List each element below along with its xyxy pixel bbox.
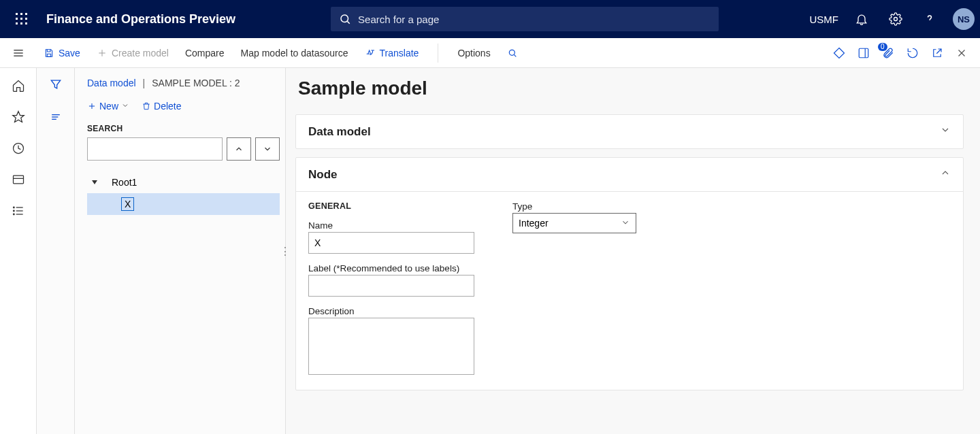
svg-point-19 bbox=[509, 50, 514, 55]
svg-rect-28 bbox=[13, 176, 23, 184]
map-model-button[interactable]: Map model to datasource bbox=[241, 48, 348, 59]
tree-node-label: X bbox=[121, 197, 134, 211]
svg-rect-22 bbox=[859, 48, 868, 58]
create-model-label: Create model bbox=[112, 48, 169, 59]
translate-button[interactable]: Translate bbox=[365, 48, 419, 59]
svg-point-33 bbox=[13, 207, 14, 208]
close-icon[interactable] bbox=[956, 47, 968, 59]
compare-button[interactable]: Compare bbox=[185, 48, 225, 59]
svg-rect-2 bbox=[25, 13, 27, 15]
svg-marker-41 bbox=[92, 180, 97, 184]
svg-line-20 bbox=[514, 54, 516, 56]
name-input[interactable] bbox=[308, 232, 474, 254]
svg-rect-3 bbox=[16, 18, 18, 20]
divider bbox=[438, 44, 438, 63]
svg-rect-16 bbox=[47, 54, 50, 56]
tree-toolbar: New Delete bbox=[87, 101, 280, 112]
svg-rect-5 bbox=[25, 18, 27, 20]
type-select[interactable]: Integer bbox=[512, 213, 636, 233]
action-bar: Save Create model Compare Map model to d… bbox=[0, 38, 980, 68]
breadcrumb: Data model | SAMPLE MODEL : 2 bbox=[87, 78, 280, 88]
node-header[interactable]: Node bbox=[296, 158, 963, 192]
modules-list-icon[interactable] bbox=[12, 204, 25, 218]
new-button[interactable]: New bbox=[87, 101, 129, 112]
svg-rect-0 bbox=[16, 13, 18, 15]
chevron-down-icon bbox=[121, 101, 129, 112]
page-rail bbox=[37, 68, 75, 434]
search-next-button[interactable] bbox=[255, 137, 280, 161]
model-tree: Root1 X bbox=[87, 171, 280, 215]
data-model-section: Data model bbox=[295, 114, 964, 149]
notifications-icon[interactable] bbox=[851, 8, 872, 30]
svg-point-34 bbox=[13, 210, 14, 212]
svg-rect-6 bbox=[16, 22, 18, 24]
page-title: Sample model bbox=[298, 78, 964, 99]
related-info-icon[interactable] bbox=[833, 47, 845, 59]
app-title: Finance and Operations Preview bbox=[46, 12, 235, 27]
svg-line-10 bbox=[347, 21, 349, 23]
general-heading: GENERAL bbox=[308, 201, 474, 211]
search-label: SEARCH bbox=[87, 124, 280, 133]
waffle-icon[interactable] bbox=[8, 5, 35, 33]
popout-icon[interactable] bbox=[931, 47, 943, 59]
tree-expand-icon[interactable] bbox=[87, 178, 102, 186]
type-value: Integer bbox=[519, 218, 549, 229]
navpane-toggle-icon[interactable] bbox=[0, 46, 37, 60]
attachments-count-badge: 0 bbox=[878, 43, 887, 51]
breadcrumb-current: SAMPLE MODEL : 2 bbox=[152, 78, 240, 88]
svg-rect-7 bbox=[20, 22, 22, 24]
main-area: Sample model Data model Node GENERAL Nam… bbox=[286, 68, 980, 434]
global-search-input[interactable] bbox=[358, 14, 710, 25]
options-button[interactable]: Options bbox=[457, 48, 490, 59]
side-pane-icon[interactable] bbox=[858, 47, 870, 59]
svg-marker-26 bbox=[12, 112, 24, 122]
description-input[interactable] bbox=[308, 318, 474, 375]
svg-point-35 bbox=[13, 214, 14, 215]
refresh-icon[interactable] bbox=[906, 47, 919, 59]
save-label: Save bbox=[59, 48, 80, 59]
node-section: Node GENERAL Name Label (*Recommended to… bbox=[295, 157, 964, 390]
svg-point-9 bbox=[341, 15, 348, 22]
global-search[interactable] bbox=[331, 7, 719, 31]
page-search-icon[interactable] bbox=[507, 48, 518, 59]
left-nav-rail bbox=[0, 68, 37, 434]
tree-root-label: Root1 bbox=[112, 177, 137, 188]
save-button[interactable]: Save bbox=[44, 48, 80, 59]
list-lines-icon[interactable] bbox=[49, 110, 63, 127]
chevron-down-icon bbox=[621, 218, 630, 229]
tree-panel: Data model | SAMPLE MODEL : 2 New Delete… bbox=[75, 68, 286, 434]
breadcrumb-link[interactable]: Data model bbox=[87, 78, 136, 88]
breadcrumb-separator: | bbox=[143, 78, 146, 88]
home-icon[interactable] bbox=[12, 79, 25, 93]
delete-button[interactable]: Delete bbox=[142, 101, 181, 112]
svg-point-11 bbox=[894, 18, 898, 21]
favorites-star-icon[interactable] bbox=[12, 110, 25, 124]
svg-rect-8 bbox=[25, 22, 27, 24]
filter-icon[interactable] bbox=[49, 78, 63, 94]
svg-rect-4 bbox=[20, 18, 22, 20]
svg-rect-1 bbox=[20, 13, 22, 15]
type-label: Type bbox=[512, 201, 636, 212]
data-model-header[interactable]: Data model bbox=[296, 115, 963, 148]
tree-selected-node[interactable]: X bbox=[87, 193, 280, 215]
recent-clock-icon[interactable] bbox=[12, 141, 25, 155]
tree-search-input[interactable] bbox=[87, 137, 223, 161]
company-selector[interactable]: USMF bbox=[810, 14, 839, 25]
global-header: Finance and Operations Preview USMF NS bbox=[0, 0, 980, 38]
user-avatar[interactable]: NS bbox=[953, 8, 975, 30]
panel-resize-handle[interactable]: ⋮ bbox=[280, 245, 289, 258]
chevron-up-icon bbox=[940, 167, 951, 182]
name-label: Name bbox=[308, 220, 474, 231]
label-label: Label (*Recommended to use labels) bbox=[308, 263, 474, 273]
workspaces-icon[interactable] bbox=[12, 173, 25, 186]
chevron-down-icon bbox=[940, 124, 951, 139]
description-label: Description bbox=[308, 306, 474, 316]
tree-root-node[interactable]: Root1 bbox=[87, 171, 280, 193]
settings-gear-icon[interactable] bbox=[885, 8, 906, 30]
label-input[interactable] bbox=[308, 275, 474, 297]
attachments-icon[interactable]: 0 bbox=[882, 47, 894, 59]
help-icon[interactable] bbox=[919, 8, 941, 30]
create-model-button: Create model bbox=[97, 48, 169, 59]
svg-marker-21 bbox=[834, 48, 845, 58]
search-prev-button[interactable] bbox=[227, 137, 251, 161]
